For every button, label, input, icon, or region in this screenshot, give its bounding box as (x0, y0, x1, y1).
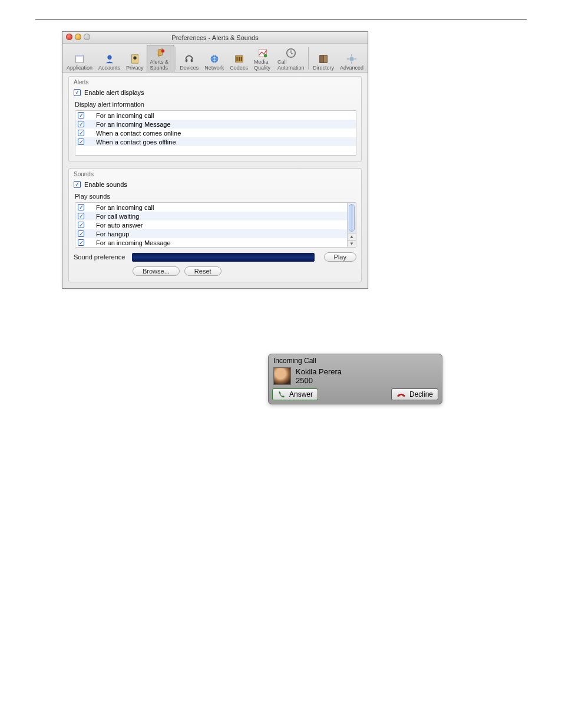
devices-icon (183, 53, 196, 65)
gear-icon (345, 53, 358, 65)
checkbox[interactable] (78, 213, 84, 219)
checkbox[interactable] (78, 130, 84, 136)
tab-advanced[interactable]: Advanced (337, 45, 366, 72)
list-item[interactable]: For an incoming Message (75, 120, 356, 129)
tab-devices[interactable]: Devices (177, 45, 201, 72)
svg-point-18 (349, 57, 353, 61)
checkbox[interactable] (78, 112, 84, 118)
sound-preference-field[interactable] (132, 253, 314, 262)
scroll-up-icon[interactable]: ▲ (348, 233, 356, 240)
checkbox[interactable] (78, 222, 84, 228)
list-item[interactable]: For auto answer (75, 220, 347, 229)
checkbox[interactable] (78, 139, 84, 145)
alerts-list: For an incoming call For an incoming Mes… (75, 110, 356, 156)
minimize-icon[interactable] (75, 34, 81, 40)
sounds-section-title: Sounds (74, 171, 356, 177)
svg-rect-1 (76, 55, 84, 57)
privacy-icon (128, 53, 141, 65)
call-automation-icon (285, 47, 297, 59)
zoom-icon[interactable] (84, 34, 90, 40)
answer-button[interactable]: Answer (272, 388, 318, 400)
svg-rect-19 (351, 54, 352, 57)
svg-point-2 (107, 55, 111, 60)
display-alert-label: Display alert information (75, 101, 356, 108)
alerts-section: Alerts Enable alert displays Display ale… (68, 76, 362, 162)
list-item[interactable]: For an incoming call (75, 111, 356, 120)
incoming-call-toast: Incoming Call Kokila Perera 2500 Answer … (268, 354, 442, 404)
scrollbar[interactable]: ▲ ▼ (348, 203, 356, 247)
toast-title: Incoming Call (273, 357, 438, 365)
tab-directory[interactable]: Directory (310, 45, 337, 72)
svg-rect-11 (239, 57, 240, 61)
tab-alerts-sounds[interactable]: Alerts & Sounds (147, 45, 174, 72)
svg-rect-10 (236, 57, 237, 61)
preferences-window: Preferences - Alerts & Sounds Applicatio… (62, 31, 368, 289)
play-button[interactable]: Play (324, 252, 356, 262)
enable-sounds-checkbox[interactable] (74, 181, 81, 188)
reset-button[interactable]: Reset (184, 266, 222, 276)
svg-rect-6 (186, 59, 188, 62)
tab-media-quality[interactable]: Media Quality (251, 45, 275, 72)
close-icon[interactable] (66, 34, 72, 40)
titlebar: Preferences - Alerts & Sounds (62, 32, 368, 44)
sounds-section: Sounds Enable sounds Play sounds For an … (68, 168, 362, 282)
list-item[interactable]: For call waiting (75, 212, 347, 220)
svg-point-5 (161, 50, 164, 52)
list-item[interactable]: For an incoming Message (75, 238, 347, 247)
list-item[interactable]: When a contact goes offline (75, 137, 356, 146)
media-quality-icon (256, 47, 269, 59)
svg-rect-22 (355, 58, 357, 60)
caller-number: 2500 (296, 376, 342, 385)
phone-answer-icon (277, 390, 286, 398)
list-item[interactable]: For an incoming call (75, 203, 347, 212)
play-sounds-label: Play sounds (75, 193, 356, 200)
caller-name: Kokila Perera (296, 367, 342, 376)
list-item[interactable]: For hangup (75, 229, 347, 238)
tab-network[interactable]: Network (201, 45, 227, 72)
svg-rect-21 (347, 58, 349, 60)
checkbox[interactable] (78, 230, 84, 237)
tab-call-automation[interactable]: Call Automation (275, 45, 308, 72)
enable-alerts-checkbox[interactable] (74, 89, 81, 96)
enable-sounds-label: Enable sounds (84, 181, 127, 188)
svg-point-14 (264, 54, 267, 57)
svg-rect-16 (320, 55, 323, 63)
svg-rect-12 (240, 57, 242, 61)
checkbox[interactable] (78, 121, 84, 127)
list-item-empty (75, 146, 356, 155)
directory-icon (317, 53, 330, 65)
sounds-list: For an incoming call For call waiting Fo… (75, 202, 356, 248)
scroll-thumb[interactable] (349, 204, 355, 232)
codecs-icon (233, 53, 246, 65)
svg-point-4 (133, 57, 136, 60)
window-title: Preferences - Alerts & Sounds (171, 34, 258, 41)
network-icon (208, 53, 221, 65)
tab-codecs[interactable]: Codecs (227, 45, 251, 72)
accounts-icon (103, 53, 116, 65)
list-item[interactable]: When a contact comes online (75, 129, 356, 137)
application-icon (73, 53, 86, 65)
tab-privacy[interactable]: Privacy (123, 45, 147, 72)
checkbox[interactable] (78, 204, 84, 210)
checkbox[interactable] (78, 239, 84, 246)
svg-rect-20 (351, 62, 352, 64)
toolbar: Application Accounts Privacy Alerts & So… (62, 44, 368, 73)
phone-decline-icon (396, 391, 406, 398)
alerts-section-title: Alerts (74, 79, 356, 85)
browse-button[interactable]: Browse... (133, 266, 180, 276)
svg-rect-17 (323, 55, 327, 63)
avatar (273, 367, 291, 385)
alerts-sounds-icon (154, 47, 167, 59)
tab-accounts[interactable]: Accounts (95, 45, 123, 72)
tab-application[interactable]: Application (64, 45, 95, 72)
scroll-down-icon[interactable]: ▼ (348, 240, 356, 247)
svg-rect-7 (191, 59, 193, 62)
enable-alerts-label: Enable alert displays (84, 89, 144, 96)
sound-preference-label: Sound preference (74, 253, 125, 261)
decline-button[interactable]: Decline (391, 388, 438, 400)
